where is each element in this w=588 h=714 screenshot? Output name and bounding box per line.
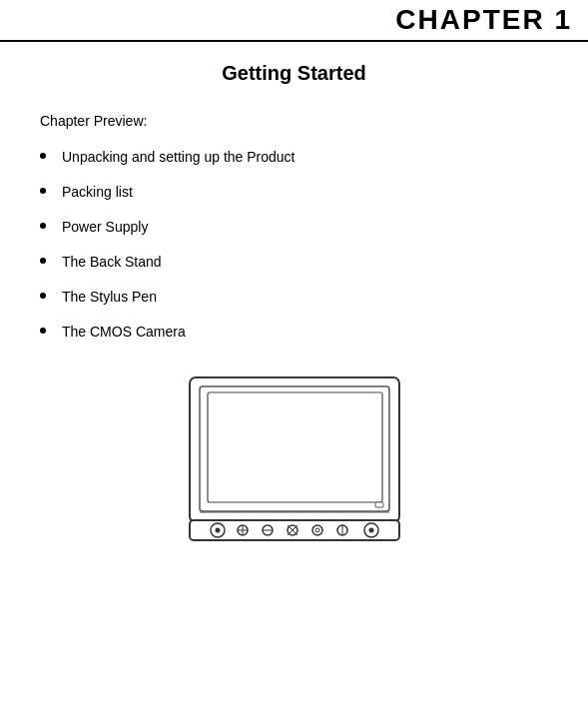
- list-item: The CMOS Camera: [40, 322, 548, 343]
- page-content: Getting Started Chapter Preview: Unpacki…: [0, 42, 588, 567]
- device-illustration: [40, 372, 548, 547]
- list-item-text: Power Supply: [62, 217, 148, 238]
- list-item: The Stylus Pen: [40, 287, 548, 308]
- section-heading: Getting Started: [40, 62, 548, 85]
- svg-point-19: [368, 528, 373, 533]
- bullet-icon: [40, 293, 46, 299]
- list-item-text: Unpacking and setting up the Product: [62, 147, 295, 168]
- list-item: Power Supply: [40, 217, 548, 238]
- list-item-text: The Stylus Pen: [62, 287, 157, 308]
- svg-rect-20: [375, 502, 383, 507]
- bullet-icon: [40, 223, 46, 229]
- list-item: Unpacking and setting up the Product: [40, 147, 548, 168]
- bullet-icon: [40, 188, 46, 194]
- svg-point-15: [315, 528, 319, 532]
- list-item-text: The Back Stand: [62, 252, 162, 273]
- chapter-title: CHAPTER 1: [395, 4, 572, 36]
- list-item: Packing list: [40, 182, 548, 203]
- chapter-preview-label: Chapter Preview:: [40, 113, 548, 129]
- bullet-icon: [40, 153, 46, 159]
- page-header: CHAPTER 1: [0, 0, 588, 42]
- svg-rect-2: [208, 392, 382, 502]
- bullet-icon: [40, 258, 46, 264]
- bullet-list: Unpacking and setting up the ProductPack…: [40, 147, 548, 343]
- svg-point-5: [215, 528, 220, 533]
- list-item: The Back Stand: [40, 252, 548, 273]
- bullet-icon: [40, 328, 46, 334]
- device-image: [180, 372, 409, 547]
- list-item-text: Packing list: [62, 182, 133, 203]
- list-item-text: The CMOS Camera: [62, 322, 186, 343]
